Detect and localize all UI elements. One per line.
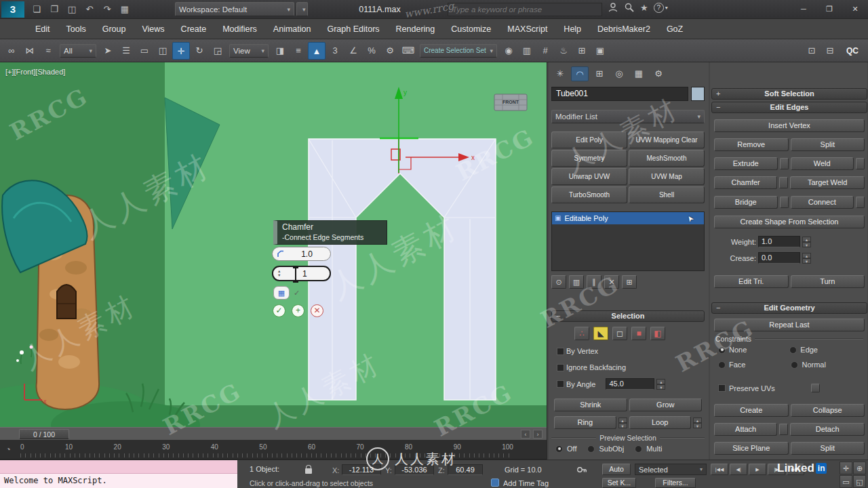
teal-wedge-object[interactable] [165, 98, 220, 229]
add-time-tag-label[interactable]: Add Time Tag [503, 479, 549, 487]
modifier-set-button[interactable]: Symmetry [551, 150, 627, 167]
workspace-dropdown[interactable]: Workspace: Default ▾ [175, 2, 294, 16]
select-object-icon[interactable]: ➤ [99, 42, 117, 60]
viewport-label[interactable]: [+][Front][Shaded] [5, 68, 65, 76]
create-shape-button[interactable]: Create Shape From Selection [714, 216, 865, 228]
modifier-set-button[interactable]: UVW Mapping Clear [629, 131, 705, 148]
rotate-icon[interactable]: ↻ [191, 42, 208, 60]
modifier-set-button[interactable]: MeshSmooth [629, 150, 705, 167]
chamfer-smooth-icon[interactable]: ✓ [294, 289, 300, 298]
preview-off-radio[interactable] [555, 445, 563, 453]
graphite-ribbon-icon[interactable]: # [536, 42, 554, 60]
track-bar[interactable]: ◔ 0102030405060708090100 [0, 441, 547, 460]
object-name-field[interactable]: Tube001 [551, 87, 688, 101]
next-frame-button[interactable]: |▶ [768, 464, 785, 475]
menu-item[interactable]: Tools [58, 19, 94, 39]
connect-settings-button[interactable] [856, 197, 865, 208]
menu-item[interactable]: Group [94, 19, 134, 39]
extrude-button[interactable]: Extrude [714, 157, 778, 170]
modifier-stack[interactable]: ▣ Editable Poly ➤ [551, 211, 705, 271]
constraint-normal-radio[interactable] [791, 361, 798, 369]
bridge-button[interactable]: Bridge [714, 196, 778, 209]
snap-toggle-icon[interactable]: ▲ [308, 42, 326, 60]
selection-lock-icon[interactable] [305, 468, 312, 474]
keyframe-icon[interactable] [576, 464, 587, 475]
attach-button[interactable]: Attach [714, 423, 777, 436]
z-coord-field[interactable]: 60.49 [448, 464, 483, 475]
undo-icon[interactable]: ↶ [81, 1, 98, 18]
menu-item[interactable]: Graph Editors [319, 19, 387, 39]
named-selection-sets-icon[interactable]: ◉ [500, 42, 517, 60]
maximize-viewport-icon[interactable]: ◱ [853, 475, 866, 488]
key-filters-button[interactable]: Filters... [655, 478, 696, 488]
toolbar-extra-icon-2[interactable]: ⊟ [821, 42, 839, 60]
time-tag-icon[interactable] [491, 479, 499, 487]
constraint-face-radio[interactable] [718, 361, 726, 369]
detach-button[interactable]: Detach [790, 423, 865, 436]
selection-rollout-header[interactable]: − Selection [551, 310, 705, 322]
bridge-settings-button[interactable] [780, 197, 789, 208]
edit-tri-button[interactable]: Edit Tri. [714, 275, 789, 288]
preserve-uvs-settings-button[interactable] [811, 384, 820, 392]
create-selection-set-dropdown[interactable]: Create Selection Set ▾ [420, 44, 497, 58]
search-icon[interactable] [624, 2, 635, 13]
modifier-list-dropdown[interactable]: Modifier List ▾ [551, 110, 705, 123]
time-slider-handle[interactable]: 0 / 100 [19, 429, 69, 439]
preserve-uvs-checkbox[interactable] [718, 384, 726, 392]
keyboard-shortcut-override-icon[interactable]: ⌨ [399, 42, 417, 60]
y-coord-field[interactable]: -53.036 [395, 464, 434, 475]
percent-snap-icon[interactable]: % [363, 42, 380, 60]
mirror-icon[interactable]: ◨ [271, 42, 289, 60]
time-slider[interactable]: 0 / 100 ‹ › [0, 427, 547, 441]
ignore-backfacing-checkbox[interactable] [557, 364, 564, 371]
menu-item[interactable]: Help [555, 19, 589, 39]
slice-plane-button[interactable]: Slice Plane [714, 442, 789, 455]
modifier-set-button[interactable]: TurboSmooth [551, 186, 627, 203]
pin-stack-icon[interactable]: ⊙ [551, 275, 566, 289]
border-mode-icon[interactable]: ◻ [612, 327, 627, 340]
by-angle-checkbox[interactable] [557, 380, 564, 388]
weight-field[interactable]: 1.0 [758, 236, 800, 247]
snaps-toggle-icon[interactable]: 3 [326, 42, 344, 60]
extrude-settings-button[interactable] [780, 158, 789, 169]
chamfer-amount-field[interactable]: 1.0 [272, 247, 331, 261]
render-production-icon[interactable]: ▣ [591, 42, 609, 60]
go-to-end-button[interactable]: ▶▶| [787, 464, 804, 475]
play-button[interactable]: ▶ [749, 464, 766, 475]
grow-button[interactable]: Grow [629, 399, 703, 411]
favorites-star-icon[interactable]: ★ [640, 3, 648, 13]
caddy-cancel-button[interactable]: ✕ [311, 304, 323, 317]
previous-frame-button[interactable]: ◀| [730, 464, 747, 475]
modifier-set-button[interactable]: Shell [629, 186, 705, 203]
x-coord-field[interactable]: -12.113 [342, 464, 381, 475]
attach-settings-button[interactable] [779, 424, 788, 435]
ring-spinner[interactable]: ▲▼ [618, 418, 627, 428]
open-file-icon[interactable]: ❐ [46, 1, 62, 18]
stack-item-editable-poly[interactable]: ▣ Editable Poly ➤ [552, 212, 704, 224]
caddy-apply-button[interactable]: + [292, 304, 304, 317]
caddy-ok-button[interactable]: ✓ [273, 304, 285, 317]
search-input[interactable] [448, 3, 602, 16]
minimize-button[interactable]: ─ [791, 0, 816, 18]
by-angle-spinner[interactable]: ▲▼ [656, 379, 665, 390]
menu-item[interactable]: Animation [265, 19, 319, 39]
menu-item[interactable]: DebrisMaker2 [589, 19, 658, 39]
communication-center-icon[interactable] [608, 2, 618, 13]
zoom-region-icon[interactable]: ▭ [840, 475, 852, 488]
weld-button[interactable]: Weld [791, 157, 854, 170]
polygon-mode-icon[interactable]: ■ [631, 327, 646, 340]
selection-set-dropdown[interactable]: Selected ▾ [635, 464, 707, 475]
go-to-start-button[interactable]: |◀◀ [711, 464, 728, 475]
move-tool-icon[interactable]: ✛ [172, 42, 190, 60]
preview-subobj-radio[interactable] [587, 445, 595, 453]
rectangular-selection-region-icon[interactable]: ▭ [136, 42, 153, 60]
render-setup-icon[interactable]: ♨ [555, 42, 572, 60]
close-button[interactable]: ✕ [842, 0, 868, 18]
repeat-last-button[interactable]: Repeat Last [714, 319, 865, 331]
menu-item[interactable]: Rendering [388, 19, 443, 39]
configure-modifier-sets-icon[interactable]: ⊞ [622, 275, 637, 289]
menu-item[interactable]: GoZ [658, 19, 691, 39]
viewport-front[interactable]: y x FRONT x [+][Front][Shaded] Chamfer [0, 62, 547, 427]
previous-frame-nudge[interactable]: ‹ [521, 430, 530, 439]
menu-item[interactable]: MAXScript [499, 19, 555, 39]
